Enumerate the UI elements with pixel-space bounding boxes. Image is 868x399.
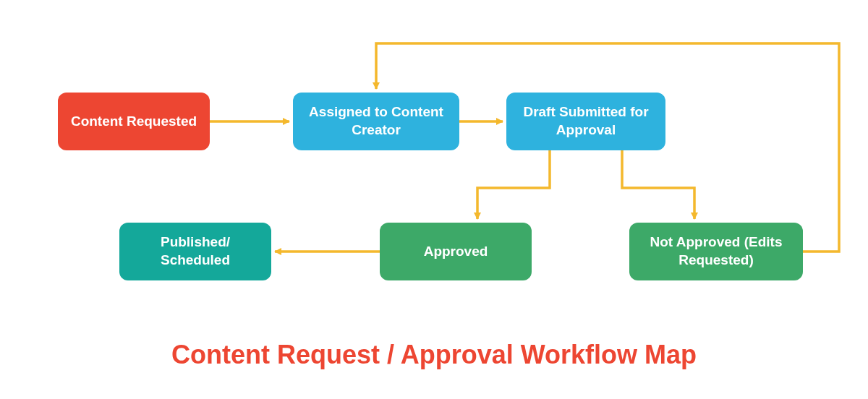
- arrow-draft-to-notapproved: [622, 150, 694, 219]
- node-label: Not Approved (Edits Requested): [641, 233, 791, 269]
- node-label: Published/ Scheduled: [131, 233, 260, 269]
- diagram-title: Content Request / Approval Workflow Map: [0, 340, 868, 370]
- node-draft-submitted: Draft Submitted for Approval: [506, 93, 665, 150]
- node-content-requested: Content Requested: [58, 93, 210, 150]
- node-label: Content Requested: [71, 113, 197, 131]
- node-label: Assigned to Content Creator: [305, 103, 448, 139]
- arrow-draft-to-approved: [477, 150, 550, 219]
- node-label: Draft Submitted for Approval: [518, 103, 654, 139]
- node-assigned: Assigned to Content Creator: [293, 93, 459, 150]
- node-approved: Approved: [380, 223, 532, 280]
- node-label: Approved: [424, 243, 488, 261]
- node-not-approved: Not Approved (Edits Requested): [629, 223, 803, 280]
- node-published: Published/ Scheduled: [119, 223, 271, 280]
